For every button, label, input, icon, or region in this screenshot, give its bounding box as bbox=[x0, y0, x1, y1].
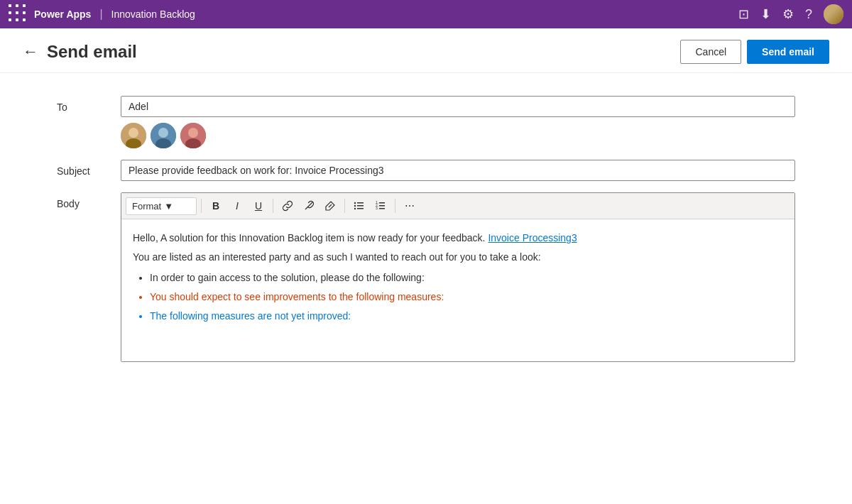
download-icon[interactable]: ⬇ bbox=[760, 6, 771, 22]
subject-label: Subject bbox=[57, 160, 121, 177]
svg-rect-22 bbox=[379, 208, 385, 209]
editor-container: Format ▼ B I U bbox=[121, 192, 795, 362]
toolbar-divider-2 bbox=[273, 199, 273, 213]
body-field-container: Format ▼ B I U bbox=[121, 192, 795, 362]
avatar[interactable] bbox=[824, 4, 843, 24]
invoice-link[interactable]: Invoice Processing3 bbox=[488, 232, 577, 243]
format-chevron-icon: ▼ bbox=[164, 201, 173, 212]
recipient-avatar-2[interactable] bbox=[151, 123, 176, 148]
underline-button[interactable]: U bbox=[248, 196, 268, 216]
numbered-list-icon: 1.2.3. bbox=[375, 200, 386, 212]
main-content: ← Send email Cancel Send email To bbox=[0, 28, 852, 504]
to-field-container bbox=[121, 96, 795, 148]
page-header: ← Send email Cancel Send email bbox=[0, 28, 852, 73]
svg-line-10 bbox=[329, 204, 332, 207]
svg-rect-12 bbox=[357, 202, 364, 204]
format-label: Format bbox=[132, 201, 161, 212]
svg-point-4 bbox=[158, 128, 168, 138]
svg-text:3.: 3. bbox=[376, 206, 378, 210]
svg-point-13 bbox=[354, 205, 356, 207]
editor-toolbar: Format ▼ B I U bbox=[121, 193, 794, 219]
recipients-avatars bbox=[121, 123, 795, 148]
subject-input[interactable] bbox=[121, 160, 795, 181]
svg-rect-18 bbox=[379, 202, 385, 204]
to-label: To bbox=[57, 96, 121, 113]
svg-rect-16 bbox=[357, 208, 364, 209]
insert-link-button[interactable] bbox=[278, 196, 297, 216]
svg-point-15 bbox=[354, 208, 356, 209]
svg-point-1 bbox=[129, 128, 138, 138]
numbered-list-button[interactable]: 1.2.3. bbox=[371, 196, 390, 216]
page-header-left: ← Send email bbox=[23, 42, 137, 62]
back-button[interactable]: ← bbox=[23, 43, 38, 61]
bullet-item-2: You should expect to see improvements to… bbox=[150, 290, 783, 305]
topbar-page-name: Innovation Backlog bbox=[111, 9, 195, 20]
bullet-list-button[interactable] bbox=[349, 196, 369, 216]
recipient-avatar-3[interactable] bbox=[180, 123, 206, 148]
topbar: Power Apps | Innovation Backlog ⊡ ⬇ ⚙ ? bbox=[0, 0, 852, 28]
body-row: Body Format ▼ B I U bbox=[57, 192, 795, 362]
svg-point-11 bbox=[354, 202, 356, 204]
body-label: Body bbox=[57, 192, 121, 209]
svg-point-7 bbox=[188, 128, 198, 138]
app-grid-icon[interactable] bbox=[9, 4, 28, 24]
unlink-icon bbox=[303, 200, 315, 212]
bullet-item-3: The following measures are not yet impro… bbox=[150, 309, 783, 324]
body-paragraph-2: You are listed as an interested party an… bbox=[133, 250, 783, 265]
editor-body[interactable]: Hello, A solution for this Innovation Ba… bbox=[121, 219, 794, 361]
bullet-item-1: In order to gain access to the solution,… bbox=[150, 270, 783, 285]
settings-icon[interactable]: ⚙ bbox=[782, 6, 794, 22]
more-options-button[interactable]: ⋯ bbox=[400, 196, 420, 216]
remove-link-button[interactable] bbox=[299, 196, 319, 216]
body-bullet-list: In order to gain access to the solution,… bbox=[150, 270, 783, 324]
link-icon bbox=[282, 200, 293, 212]
page-title: Send email bbox=[47, 42, 137, 62]
highlight-icon bbox=[324, 200, 336, 212]
form-area: To Subject bbox=[0, 73, 852, 390]
header-actions: Cancel Send email bbox=[680, 40, 829, 64]
bold-button[interactable]: B bbox=[206, 196, 226, 216]
recipient-avatar-1[interactable] bbox=[121, 123, 146, 148]
toolbar-divider-3 bbox=[344, 199, 345, 213]
body-intro-text: Hello, A solution for this Innovation Ba… bbox=[133, 232, 488, 243]
subject-field-container bbox=[121, 160, 795, 181]
svg-rect-20 bbox=[379, 205, 385, 207]
body-paragraph-1: Hello, A solution for this Innovation Ba… bbox=[133, 231, 783, 246]
topbar-separator: | bbox=[99, 8, 102, 21]
toolbar-divider-4 bbox=[395, 199, 395, 213]
bullet-list-icon bbox=[354, 200, 365, 212]
help-icon[interactable]: ? bbox=[805, 7, 812, 22]
send-email-button[interactable]: Send email bbox=[747, 40, 829, 64]
topbar-right: ⊡ ⬇ ⚙ ? bbox=[738, 4, 843, 24]
app-name: Power Apps bbox=[34, 9, 91, 20]
toolbar-divider-1 bbox=[201, 199, 202, 213]
to-input[interactable] bbox=[121, 96, 795, 117]
subject-row: Subject bbox=[57, 160, 795, 181]
svg-line-9 bbox=[305, 202, 312, 209]
screen-icon[interactable]: ⊡ bbox=[738, 6, 749, 22]
highlight-button[interactable] bbox=[320, 196, 340, 216]
svg-rect-14 bbox=[357, 205, 364, 207]
cancel-button[interactable]: Cancel bbox=[680, 40, 741, 64]
italic-button[interactable]: I bbox=[227, 196, 247, 216]
more-options-icon: ⋯ bbox=[405, 200, 415, 212]
to-row: To bbox=[57, 96, 795, 148]
format-dropdown[interactable]: Format ▼ bbox=[126, 197, 197, 215]
